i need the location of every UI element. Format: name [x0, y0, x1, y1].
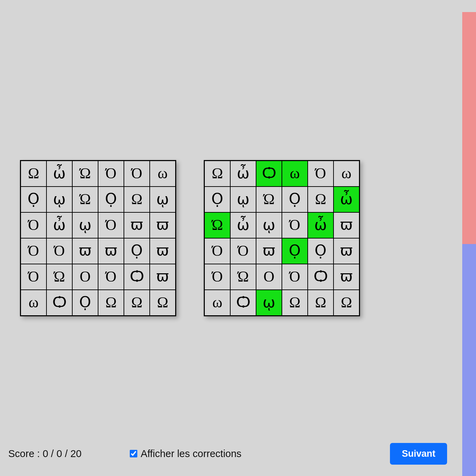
player-cell[interactable]: ϖ — [334, 213, 359, 238]
reference-cell: Ọ — [98, 187, 124, 212]
player-cell[interactable]: Ώ — [205, 213, 230, 238]
player-cell[interactable]: ὦ — [231, 161, 256, 186]
footer: Score : 0 / 0 / 20 Afficher les correcti… — [0, 442, 455, 466]
reference-cell: Ọ — [73, 290, 98, 315]
reference-cell: ω — [21, 290, 46, 315]
stage: ΩὦΏΌΌωỌῳΏỌΩῳΌὦῳΌϖϖΌΌϖϖỌϖΌΏΟΌѺϖωѺỌΩΩΩ ΩὦѺ… — [0, 0, 476, 476]
corrections-label: Afficher les corrections — [141, 448, 242, 459]
player-cell[interactable]: ῳ — [256, 213, 282, 238]
corrections-checkbox[interactable] — [130, 450, 137, 457]
reference-cell: Ό — [21, 213, 46, 238]
reference-cell: Ω — [150, 290, 175, 315]
player-cell[interactable]: ὦ — [308, 213, 333, 238]
reference-cell: ϖ — [73, 239, 98, 264]
next-button[interactable]: Suivant — [390, 443, 447, 465]
reference-grid: ΩὦΏΌΌωỌῳΏỌΩῳΌὦῳΌϖϖΌΌϖϖỌϖΌΏΟΌѺϖωѺỌΩΩΩ — [20, 160, 176, 316]
reference-cell: ϖ — [98, 239, 124, 264]
player-cell[interactable]: Ώ — [256, 187, 282, 212]
player-cell[interactable]: Ό — [205, 264, 230, 289]
reference-cell: ϖ — [150, 213, 175, 238]
reference-cell: Ω — [124, 290, 149, 315]
corrections-toggle[interactable]: Afficher les corrections — [130, 448, 390, 459]
reference-cell: Ο — [73, 264, 98, 289]
player-cell[interactable]: ϖ — [334, 264, 359, 289]
player-cell[interactable]: ϖ — [256, 239, 282, 264]
player-cell[interactable]: Ọ — [282, 239, 307, 264]
reference-cell: Ω — [124, 187, 149, 212]
player-cell[interactable]: Ѻ — [256, 161, 282, 186]
player-cell[interactable]: Ό — [308, 161, 333, 186]
reference-cell: Ọ — [21, 187, 46, 212]
reference-cell: ῳ — [47, 187, 72, 212]
reference-cell: Ω — [21, 161, 46, 186]
player-cell[interactable]: Ѻ — [308, 264, 333, 289]
reference-cell: Ό — [124, 161, 149, 186]
player-cell[interactable]: Ọ — [205, 187, 230, 212]
player-cell[interactable]: ω — [205, 290, 230, 315]
player-cell[interactable]: ω — [282, 161, 307, 186]
reference-cell: Ọ — [124, 239, 149, 264]
reference-cell: Ω — [98, 290, 124, 315]
player-cell[interactable]: Ο — [256, 264, 282, 289]
reference-cell: ὦ — [47, 213, 72, 238]
reference-cell: Ό — [47, 239, 72, 264]
player-cell[interactable]: Ό — [282, 213, 307, 238]
player-cell[interactable]: ϖ — [334, 239, 359, 264]
player-cell[interactable]: ῳ — [256, 290, 282, 315]
reference-cell: Ό — [98, 264, 124, 289]
player-cell[interactable]: ῳ — [231, 187, 256, 212]
reference-cell: Ώ — [47, 264, 72, 289]
reference-cell: ῳ — [73, 213, 98, 238]
reference-cell: Ѻ — [47, 290, 72, 315]
reference-cell: Ό — [21, 239, 46, 264]
player-cell[interactable]: Ω — [334, 290, 359, 315]
reference-cell: ϖ — [124, 213, 149, 238]
player-cell[interactable]: ω — [334, 161, 359, 186]
player-cell[interactable]: Ω — [205, 161, 230, 186]
reference-cell: ϖ — [150, 264, 175, 289]
player-cell[interactable]: ὦ — [231, 213, 256, 238]
reference-cell: ὦ — [47, 161, 72, 186]
reference-cell: Ώ — [73, 187, 98, 212]
reference-cell: ϖ — [150, 239, 175, 264]
timer-bars — [462, 12, 476, 476]
score-label: Score : 0 / 0 / 20 — [8, 448, 82, 459]
player-cell[interactable]: Ѻ — [231, 290, 256, 315]
reference-cell: Ό — [21, 264, 46, 289]
reference-cell: Ό — [98, 213, 124, 238]
reference-cell: ῳ — [150, 187, 175, 212]
player-cell[interactable]: Ω — [308, 290, 333, 315]
reference-cell: Ώ — [73, 161, 98, 186]
player-cell[interactable]: Ω — [308, 187, 333, 212]
player-cell[interactable]: ὦ — [334, 187, 359, 212]
player-cell[interactable]: Ό — [205, 239, 230, 264]
player-grid: ΩὦѺωΌωỌῳΏỌΩὦΏὦῳΌὦϖΌΌϖỌỌϖΌΏΟΌѺϖωѺῳΩΩΩ — [204, 160, 360, 316]
grids-container: ΩὦΏΌΌωỌῳΏỌΩῳΌὦῳΌϖϖΌΌϖϖỌϖΌΏΟΌѺϖωѺỌΩΩΩ ΩὦѺ… — [0, 0, 476, 476]
reference-cell: Ό — [98, 161, 124, 186]
reference-cell: ω — [150, 161, 175, 186]
player-cell[interactable]: Ω — [282, 290, 307, 315]
player-cell[interactable]: Ό — [231, 239, 256, 264]
player-cell[interactable]: Ọ — [308, 239, 333, 264]
player-cell[interactable]: Ώ — [231, 264, 256, 289]
timer-bar-top — [462, 12, 476, 244]
player-cell[interactable]: Ό — [282, 264, 307, 289]
player-cell[interactable]: Ọ — [282, 187, 307, 212]
timer-bar-bottom — [462, 244, 476, 476]
reference-cell: Ѻ — [124, 264, 149, 289]
